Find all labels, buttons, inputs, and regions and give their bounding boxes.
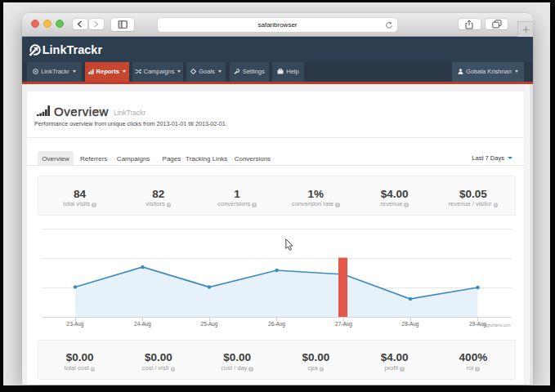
svg-text:26-Aug: 26-Aug — [268, 321, 285, 327]
svg-text:27-Aug: 27-Aug — [335, 321, 352, 327]
svg-text:23-Aug: 23-Aug — [67, 321, 84, 327]
svg-text:Highcharts.com: Highcharts.com — [482, 323, 511, 327]
svg-text:28-Aug: 28-Aug — [402, 321, 419, 327]
svg-text:24-Aug: 24-Aug — [134, 321, 151, 327]
svg-text:25-Aug: 25-Aug — [201, 321, 218, 327]
